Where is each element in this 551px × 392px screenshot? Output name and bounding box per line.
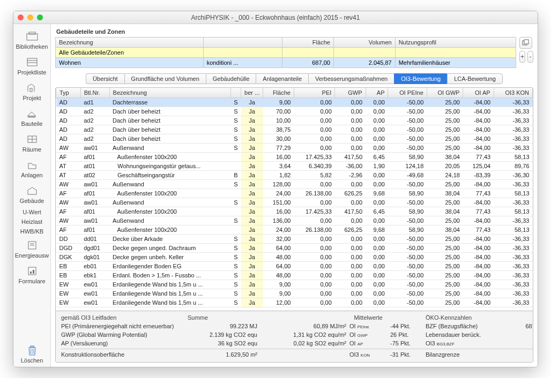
column-header[interactable]: Nutzungsprofil: [395, 37, 516, 48]
sidebar-item-projektliste[interactable]: Projektliste: [15, 53, 49, 79]
table-row[interactable]: AFaf01 Außenfenster 100x200Ja24,0026.138…: [56, 189, 533, 198]
summary-cell: AP (Versäuerung): [61, 340, 184, 346]
table-row[interactable]: ADad2Dach über beheiztSJa38,750,000,000,…: [56, 125, 533, 134]
summary-cell: BZF (Bezugsfläche): [426, 323, 506, 329]
tab-0[interactable]: Übersicht: [86, 73, 124, 84]
column-header[interactable]: Typ: [56, 88, 81, 98]
close-icon[interactable]: [18, 14, 24, 20]
sidebar-item-heizlast[interactable]: Heizlast: [15, 217, 49, 227]
column-header[interactable]: GWP: [335, 88, 366, 98]
table-row[interactable]: AFaf01 Außenfenster 100x200Ja24,0026.138…: [56, 225, 533, 235]
sidebar-item-label: Projekt: [23, 95, 41, 101]
table-row[interactable]: EWew01Erdanliegende Wand bis 1,5m u ...S…: [56, 298, 533, 307]
column-header[interactable]: OI GWP: [427, 88, 463, 98]
table-row[interactable]: AWaw01AußenwandSJa151,000,000,000,00-50,…: [56, 198, 533, 207]
sidebar-item-gebäude[interactable]: Gebäude: [15, 182, 49, 207]
table-row[interactable]: EWew01Erdanliegende Wand bis 1,5m u ...S…: [56, 280, 533, 289]
column-header[interactable]: ber ...: [241, 88, 263, 98]
column-header[interactable]: AP: [366, 88, 388, 98]
sidebar-item-label: Bibliotheken: [16, 43, 48, 50]
table-row[interactable]: EBeb01Erdanliegender Boden EGSJa64,000,0…: [56, 262, 533, 271]
summary-cell: 12,32: [509, 340, 533, 346]
summary-cell: Lebensdauer berück.: [426, 331, 506, 338]
svg-rect-2: [27, 58, 37, 66]
table-row[interactable]: Alle Gebäudeteile/Zonen: [56, 48, 516, 58]
summary-cell: 687,00 m²: [509, 323, 533, 329]
column-header[interactable]: PEI: [294, 88, 334, 98]
sidebar-icon: [15, 107, 49, 120]
tab-5[interactable]: OI3-Bewertung: [394, 73, 447, 84]
summary-cell: 99.223 MJ: [188, 323, 257, 329]
summary-cell: BG3: [509, 351, 533, 358]
sidebar-item-hwb/kb[interactable]: HWB/KB: [15, 227, 49, 236]
sidebar-item-anlagen[interactable]: Anlagen: [15, 156, 49, 182]
sidebar-item-label: Anlagen: [21, 172, 42, 178]
tab-3[interactable]: Anlagenanteile: [256, 73, 308, 84]
table-row[interactable]: ATat02 GeschäftseingangstürBJa1,825,82-2…: [56, 171, 533, 180]
tab-bar: ÜbersichtGrundfläche und VolumenGebäudeh…: [55, 73, 533, 84]
tab-4[interactable]: Verbesserungsmaßnahmen: [308, 73, 394, 84]
table-row[interactable]: Wohnenkonditioni ...687,002.045,87Mehrfa…: [56, 58, 516, 68]
summary-cell: Ja: [509, 331, 533, 338]
sidebar-item-energieausw[interactable]: Energieausw: [15, 236, 49, 262]
table-row[interactable]: EWew01Erdanliegende Wand bis 1,5m u ...S…: [56, 289, 533, 298]
minimize-icon[interactable]: [27, 14, 33, 20]
sidebar-item-räume[interactable]: Räume: [15, 130, 49, 156]
sidebar-icon: [15, 55, 49, 69]
sidebar-item-bibliotheken[interactable]: Bibliotheken: [15, 27, 49, 53]
summary-cell: 2.139 kg CO2 equ: [188, 331, 257, 338]
summary-cell: -44 Pkt.: [390, 323, 422, 329]
table-row[interactable]: ADad2Dach über beheiztSJa30,000,000,000,…: [56, 134, 533, 144]
table-row[interactable]: ADad2Dach über beheiztSJa70,000,000,000,…: [56, 107, 533, 116]
column-header[interactable]: Fläche: [282, 37, 334, 48]
summary-cell: 0,02 kg SO2 equ/m²: [260, 340, 346, 346]
summary-cell: 36 kg SO2 equ: [188, 340, 257, 346]
table-row[interactable]: ADad2Dach über beheiztSJa10,000,000,000,…: [56, 116, 533, 125]
table-row[interactable]: DGDdgd01Decke gegen unged. DachraumSJa64…: [56, 244, 533, 253]
column-header[interactable]: OI3 KON: [494, 88, 532, 98]
sidebar-item-label: Räume: [23, 146, 41, 153]
table-row[interactable]: ATat01 Wohnungseingangstür getaus...Ja3,…: [56, 162, 533, 171]
svg-rect-17: [524, 40, 528, 44]
table-row[interactable]: AWaw01AußenwandSJa128,000,000,000,00-50,…: [56, 180, 533, 189]
sidebar-item-label: Bauteile: [21, 120, 43, 127]
table-row[interactable]: AWaw01AußenwandSJa77,290,000,000,00-50,0…: [56, 144, 533, 153]
sidebar-icon: [15, 264, 49, 278]
column-header[interactable]: OI AP: [463, 88, 494, 98]
remove-button[interactable]: -: [527, 51, 533, 63]
add-button[interactable]: +: [519, 51, 525, 63]
column-header[interactable]: Btl.Nr.: [80, 88, 109, 98]
column-header[interactable]: Bezeichnung: [109, 88, 230, 98]
maximize-icon[interactable]: [37, 14, 43, 20]
sidebar-item-u-wert[interactable]: U-Wert: [15, 207, 49, 217]
column-header[interactable]: OI PEIne: [388, 88, 427, 98]
table-row[interactable]: AWaw01AußenwandSJa136,000,000,000,00-50,…: [56, 216, 533, 225]
tab-6[interactable]: LCA-Bewertung: [447, 73, 503, 84]
table-row[interactable]: DGKdgk01Decke gegen unbeh. KellerSJa48,0…: [56, 253, 533, 262]
delete-button[interactable]: Löschen: [13, 341, 50, 367]
sidebar-icon: [15, 238, 49, 252]
sidebar-item-bauteile[interactable]: Bauteile: [15, 104, 49, 130]
sidebar-item-projekt[interactable]: Projekt: [15, 79, 49, 104]
sidebar-icon: [15, 158, 49, 172]
tab-2[interactable]: Gebäudehülle: [206, 73, 256, 84]
column-header[interactable]: Fläche: [263, 88, 294, 98]
tab-1[interactable]: Grundfläche und Volumen: [124, 73, 206, 84]
column-header[interactable]: Bezeichnung: [56, 37, 204, 48]
column-header[interactable]: [230, 88, 241, 98]
table-row[interactable]: AFaf01 Außenfenster 100x200Ja16,0017.425…: [56, 153, 533, 162]
table-row[interactable]: DDdd01Decke über ArkadeSJa32,000,000,000…: [56, 235, 533, 244]
dup-button[interactable]: [519, 37, 532, 49]
table-row[interactable]: AFaf01 Außenfenster 100x200Ja16,0017.425…: [56, 207, 533, 216]
summary-cell: OI PEIne: [349, 323, 387, 329]
column-header[interactable]: [203, 37, 282, 48]
table-row[interactable]: ADad1DachterrasseSJa9,000,000,000,00-50,…: [56, 98, 533, 107]
column-header[interactable]: Volumen: [333, 37, 395, 48]
summary-panel: gemäß OI3 LeitfadenSummeMittelwerteÖKO-K…: [56, 311, 533, 362]
summary-cell: OI GWP: [349, 331, 387, 338]
section-title: Gebäudeteile und Zonen: [55, 27, 533, 37]
sidebar-icon: [15, 132, 49, 146]
detail-table: TypBtl.Nr.Bezeichnungber ...FlächePEIGWP…: [56, 88, 533, 307]
sidebar-item-formulare[interactable]: Formulare: [15, 262, 49, 288]
table-row[interactable]: EBebk1Erdanl. Boden > 1,5m - Fussbo ...S…: [56, 271, 533, 280]
